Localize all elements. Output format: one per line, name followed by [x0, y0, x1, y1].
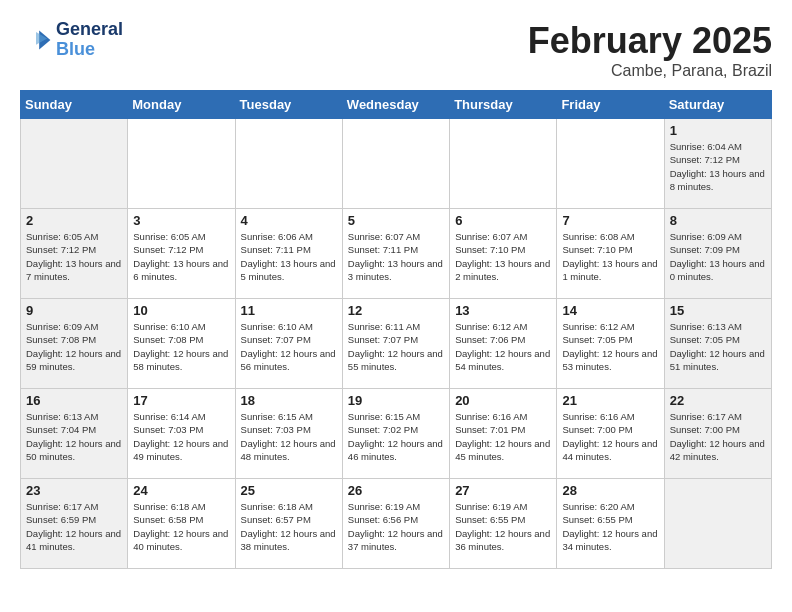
calendar-day-cell: 14Sunrise: 6:12 AM Sunset: 7:05 PM Dayli…: [557, 299, 664, 389]
day-info: Sunrise: 6:13 AM Sunset: 7:04 PM Dayligh…: [26, 410, 122, 463]
day-info: Sunrise: 6:14 AM Sunset: 7:03 PM Dayligh…: [133, 410, 229, 463]
day-number: 8: [670, 213, 766, 228]
day-info: Sunrise: 6:10 AM Sunset: 7:08 PM Dayligh…: [133, 320, 229, 373]
day-info: Sunrise: 6:18 AM Sunset: 6:57 PM Dayligh…: [241, 500, 337, 553]
weekday-header: Friday: [557, 91, 664, 119]
weekday-header: Sunday: [21, 91, 128, 119]
calendar-day-cell: [235, 119, 342, 209]
calendar-day-cell: 22Sunrise: 6:17 AM Sunset: 7:00 PM Dayli…: [664, 389, 771, 479]
day-number: 25: [241, 483, 337, 498]
day-number: 26: [348, 483, 444, 498]
calendar-day-cell: [128, 119, 235, 209]
calendar-day-cell: [21, 119, 128, 209]
day-info: Sunrise: 6:05 AM Sunset: 7:12 PM Dayligh…: [26, 230, 122, 283]
day-info: Sunrise: 6:16 AM Sunset: 7:00 PM Dayligh…: [562, 410, 658, 463]
calendar-day-cell: 2Sunrise: 6:05 AM Sunset: 7:12 PM Daylig…: [21, 209, 128, 299]
weekday-header: Monday: [128, 91, 235, 119]
calendar-day-cell: 26Sunrise: 6:19 AM Sunset: 6:56 PM Dayli…: [342, 479, 449, 569]
calendar-day-cell: 20Sunrise: 6:16 AM Sunset: 7:01 PM Dayli…: [450, 389, 557, 479]
calendar-week-row: 23Sunrise: 6:17 AM Sunset: 6:59 PM Dayli…: [21, 479, 772, 569]
day-number: 2: [26, 213, 122, 228]
day-info: Sunrise: 6:07 AM Sunset: 7:11 PM Dayligh…: [348, 230, 444, 283]
day-number: 14: [562, 303, 658, 318]
day-info: Sunrise: 6:17 AM Sunset: 6:59 PM Dayligh…: [26, 500, 122, 553]
day-number: 17: [133, 393, 229, 408]
day-info: Sunrise: 6:19 AM Sunset: 6:56 PM Dayligh…: [348, 500, 444, 553]
calendar-day-cell: 25Sunrise: 6:18 AM Sunset: 6:57 PM Dayli…: [235, 479, 342, 569]
day-info: Sunrise: 6:04 AM Sunset: 7:12 PM Dayligh…: [670, 140, 766, 193]
calendar-day-cell: 24Sunrise: 6:18 AM Sunset: 6:58 PM Dayli…: [128, 479, 235, 569]
day-number: 6: [455, 213, 551, 228]
calendar-day-cell: 17Sunrise: 6:14 AM Sunset: 7:03 PM Dayli…: [128, 389, 235, 479]
calendar-day-cell: 13Sunrise: 6:12 AM Sunset: 7:06 PM Dayli…: [450, 299, 557, 389]
calendar-week-row: 2Sunrise: 6:05 AM Sunset: 7:12 PM Daylig…: [21, 209, 772, 299]
day-info: Sunrise: 6:07 AM Sunset: 7:10 PM Dayligh…: [455, 230, 551, 283]
day-info: Sunrise: 6:11 AM Sunset: 7:07 PM Dayligh…: [348, 320, 444, 373]
day-number: 24: [133, 483, 229, 498]
calendar-day-cell: [557, 119, 664, 209]
day-number: 27: [455, 483, 551, 498]
logo-text: General Blue: [56, 20, 123, 60]
day-info: Sunrise: 6:19 AM Sunset: 6:55 PM Dayligh…: [455, 500, 551, 553]
day-number: 21: [562, 393, 658, 408]
calendar-day-cell: 15Sunrise: 6:13 AM Sunset: 7:05 PM Dayli…: [664, 299, 771, 389]
day-number: 3: [133, 213, 229, 228]
day-info: Sunrise: 6:15 AM Sunset: 7:03 PM Dayligh…: [241, 410, 337, 463]
calendar-day-cell: 9Sunrise: 6:09 AM Sunset: 7:08 PM Daylig…: [21, 299, 128, 389]
day-number: 10: [133, 303, 229, 318]
calendar-day-cell: 6Sunrise: 6:07 AM Sunset: 7:10 PM Daylig…: [450, 209, 557, 299]
day-number: 16: [26, 393, 122, 408]
calendar-day-cell: 5Sunrise: 6:07 AM Sunset: 7:11 PM Daylig…: [342, 209, 449, 299]
calendar-table: SundayMondayTuesdayWednesdayThursdayFrid…: [20, 90, 772, 569]
day-number: 19: [348, 393, 444, 408]
day-number: 18: [241, 393, 337, 408]
day-number: 28: [562, 483, 658, 498]
day-number: 12: [348, 303, 444, 318]
calendar-day-cell: 3Sunrise: 6:05 AM Sunset: 7:12 PM Daylig…: [128, 209, 235, 299]
calendar-day-cell: [342, 119, 449, 209]
calendar-day-cell: 8Sunrise: 6:09 AM Sunset: 7:09 PM Daylig…: [664, 209, 771, 299]
calendar-day-cell: [664, 479, 771, 569]
weekday-header: Thursday: [450, 91, 557, 119]
calendar-week-row: 9Sunrise: 6:09 AM Sunset: 7:08 PM Daylig…: [21, 299, 772, 389]
calendar-day-cell: 27Sunrise: 6:19 AM Sunset: 6:55 PM Dayli…: [450, 479, 557, 569]
calendar-day-cell: 12Sunrise: 6:11 AM Sunset: 7:07 PM Dayli…: [342, 299, 449, 389]
logo-icon: [20, 24, 52, 56]
day-info: Sunrise: 6:17 AM Sunset: 7:00 PM Dayligh…: [670, 410, 766, 463]
calendar-day-cell: 7Sunrise: 6:08 AM Sunset: 7:10 PM Daylig…: [557, 209, 664, 299]
weekday-header: Saturday: [664, 91, 771, 119]
day-number: 5: [348, 213, 444, 228]
calendar-day-cell: 28Sunrise: 6:20 AM Sunset: 6:55 PM Dayli…: [557, 479, 664, 569]
calendar-day-cell: 23Sunrise: 6:17 AM Sunset: 6:59 PM Dayli…: [21, 479, 128, 569]
day-info: Sunrise: 6:08 AM Sunset: 7:10 PM Dayligh…: [562, 230, 658, 283]
weekday-header-row: SundayMondayTuesdayWednesdayThursdayFrid…: [21, 91, 772, 119]
day-info: Sunrise: 6:13 AM Sunset: 7:05 PM Dayligh…: [670, 320, 766, 373]
calendar-week-row: 1Sunrise: 6:04 AM Sunset: 7:12 PM Daylig…: [21, 119, 772, 209]
day-number: 13: [455, 303, 551, 318]
day-info: Sunrise: 6:06 AM Sunset: 7:11 PM Dayligh…: [241, 230, 337, 283]
day-info: Sunrise: 6:05 AM Sunset: 7:12 PM Dayligh…: [133, 230, 229, 283]
weekday-header: Wednesday: [342, 91, 449, 119]
day-info: Sunrise: 6:18 AM Sunset: 6:58 PM Dayligh…: [133, 500, 229, 553]
weekday-header: Tuesday: [235, 91, 342, 119]
title-block: February 2025 Cambe, Parana, Brazil: [528, 20, 772, 80]
day-info: Sunrise: 6:15 AM Sunset: 7:02 PM Dayligh…: [348, 410, 444, 463]
day-info: Sunrise: 6:10 AM Sunset: 7:07 PM Dayligh…: [241, 320, 337, 373]
location-subtitle: Cambe, Parana, Brazil: [528, 62, 772, 80]
day-number: 20: [455, 393, 551, 408]
day-number: 4: [241, 213, 337, 228]
calendar-day-cell: 4Sunrise: 6:06 AM Sunset: 7:11 PM Daylig…: [235, 209, 342, 299]
day-number: 1: [670, 123, 766, 138]
day-number: 11: [241, 303, 337, 318]
calendar-day-cell: 10Sunrise: 6:10 AM Sunset: 7:08 PM Dayli…: [128, 299, 235, 389]
day-info: Sunrise: 6:12 AM Sunset: 7:05 PM Dayligh…: [562, 320, 658, 373]
calendar-day-cell: 18Sunrise: 6:15 AM Sunset: 7:03 PM Dayli…: [235, 389, 342, 479]
day-info: Sunrise: 6:16 AM Sunset: 7:01 PM Dayligh…: [455, 410, 551, 463]
day-info: Sunrise: 6:09 AM Sunset: 7:08 PM Dayligh…: [26, 320, 122, 373]
day-info: Sunrise: 6:09 AM Sunset: 7:09 PM Dayligh…: [670, 230, 766, 283]
logo: General Blue: [20, 20, 123, 60]
calendar-day-cell: 11Sunrise: 6:10 AM Sunset: 7:07 PM Dayli…: [235, 299, 342, 389]
calendar-day-cell: 21Sunrise: 6:16 AM Sunset: 7:00 PM Dayli…: [557, 389, 664, 479]
day-number: 22: [670, 393, 766, 408]
calendar-day-cell: 16Sunrise: 6:13 AM Sunset: 7:04 PM Dayli…: [21, 389, 128, 479]
